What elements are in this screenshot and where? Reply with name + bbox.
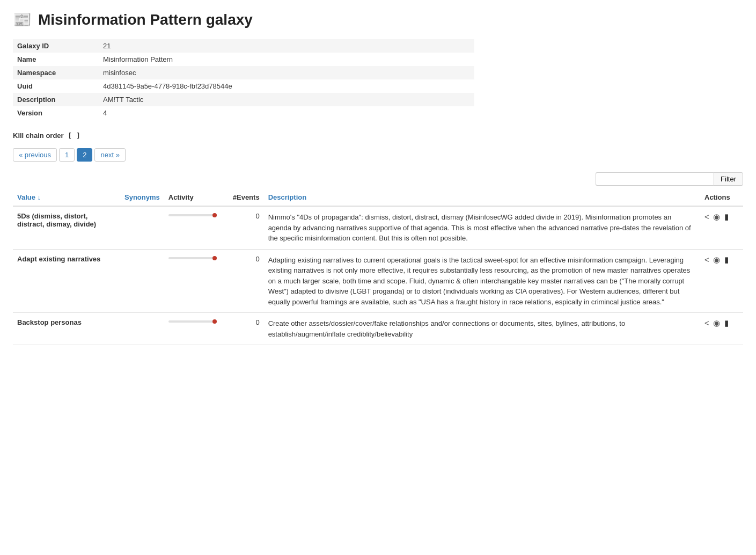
meta-row: Galaxy ID21 — [13, 39, 474, 53]
delete-icon[interactable]: ▮ — [724, 212, 729, 222]
meta-row: DescriptionAM!TT Tactic — [13, 93, 474, 106]
cell-synonyms — [120, 249, 164, 313]
meta-value: Misinformation Pattern — [99, 53, 474, 66]
prev-page-link[interactable]: « previous — [13, 148, 57, 162]
cell-description: Adapting existing narratives to current … — [264, 249, 700, 313]
cell-value: 5Ds (dismiss, distort, distract, dismay,… — [13, 206, 120, 249]
view-icon[interactable]: ◉ — [713, 318, 720, 328]
share-icon[interactable]: < — [704, 212, 709, 221]
filter-button[interactable]: Filter — [714, 172, 743, 186]
col-activity: Activity — [164, 189, 229, 206]
col-value[interactable]: Value ↓ — [13, 189, 120, 206]
cell-activity — [164, 313, 229, 345]
kill-chain-bracket-icon: [ ] — [68, 132, 80, 140]
cell-description: Nimmo's "4Ds of propaganda": dismiss, di… — [264, 206, 700, 249]
galaxy-icon: 📰 — [13, 11, 32, 28]
cell-description: Create other assets/dossier/cover/fake r… — [264, 313, 700, 345]
pagination: « previous 1 2 next » — [13, 148, 743, 162]
data-table: Value ↓ Synonyms Activity #Events Descri… — [13, 189, 743, 345]
cell-actions: < ◉ ▮ — [700, 249, 743, 313]
delete-icon[interactable]: ▮ — [724, 255, 729, 265]
meta-label: Uuid — [13, 79, 99, 93]
meta-row: Version4 — [13, 106, 474, 120]
page-1-link[interactable]: 1 — [59, 148, 75, 162]
page-2-current[interactable]: 2 — [77, 148, 92, 162]
meta-value: 4d381145-9a5e-4778-918c-fbf23d78544e — [99, 79, 474, 93]
col-actions: Actions — [700, 189, 743, 206]
meta-value: 4 — [99, 106, 474, 120]
col-description[interactable]: Description — [264, 189, 700, 206]
kill-chain-row: Kill chain order [ ] — [13, 129, 743, 148]
cell-activity — [164, 249, 229, 313]
table-row: Backstop personas 0 Create other assets/… — [13, 313, 743, 345]
cell-synonyms — [120, 313, 164, 345]
share-icon[interactable]: < — [704, 255, 709, 264]
meta-value: misinfosec — [99, 66, 474, 79]
cell-events: 0 — [229, 249, 264, 313]
cell-synonyms — [120, 206, 164, 249]
table-header: Value ↓ Synonyms Activity #Events Descri… — [13, 189, 743, 206]
cell-actions: < ◉ ▮ — [700, 206, 743, 249]
meta-row: NameMisinformation Pattern — [13, 53, 474, 66]
filter-input[interactable] — [596, 172, 714, 186]
filter-wrap: Filter — [596, 172, 743, 186]
view-icon[interactable]: ◉ — [713, 255, 720, 265]
col-synonyms[interactable]: Synonyms — [120, 189, 164, 206]
cell-actions: < ◉ ▮ — [700, 313, 743, 345]
meta-table: Galaxy ID21NameMisinformation PatternNam… — [13, 39, 474, 120]
page-title: Misinformation Pattern galaxy — [38, 11, 253, 28]
table-row: 5Ds (dismiss, distort, distract, dismay,… — [13, 206, 743, 249]
page-header: 📰 Misinformation Pattern galaxy — [13, 11, 743, 28]
meta-label: Namespace — [13, 66, 99, 79]
meta-value: AM!TT Tactic — [99, 93, 474, 106]
meta-row: Uuid4d381145-9a5e-4778-918c-fbf23d78544e — [13, 79, 474, 93]
col-events: #Events — [229, 189, 264, 206]
next-page-link[interactable]: next » — [94, 148, 125, 162]
share-icon[interactable]: < — [704, 318, 709, 327]
cell-events: 0 — [229, 206, 264, 249]
meta-label: Version — [13, 106, 99, 120]
meta-label: Description — [13, 93, 99, 106]
table-row: Adapt existing narratives 0 Adapting exi… — [13, 249, 743, 313]
filter-row: Filter — [13, 172, 743, 186]
meta-label: Name — [13, 53, 99, 66]
kill-chain-label: Kill chain order — [13, 132, 64, 140]
cell-activity — [164, 206, 229, 249]
delete-icon[interactable]: ▮ — [724, 318, 729, 328]
cell-value: Adapt existing narratives — [13, 249, 120, 313]
meta-value: 21 — [99, 39, 474, 53]
meta-label: Galaxy ID — [13, 39, 99, 53]
meta-row: Namespacemisinfosec — [13, 66, 474, 79]
cell-events: 0 — [229, 313, 264, 345]
cell-value: Backstop personas — [13, 313, 120, 345]
view-icon[interactable]: ◉ — [713, 212, 720, 222]
